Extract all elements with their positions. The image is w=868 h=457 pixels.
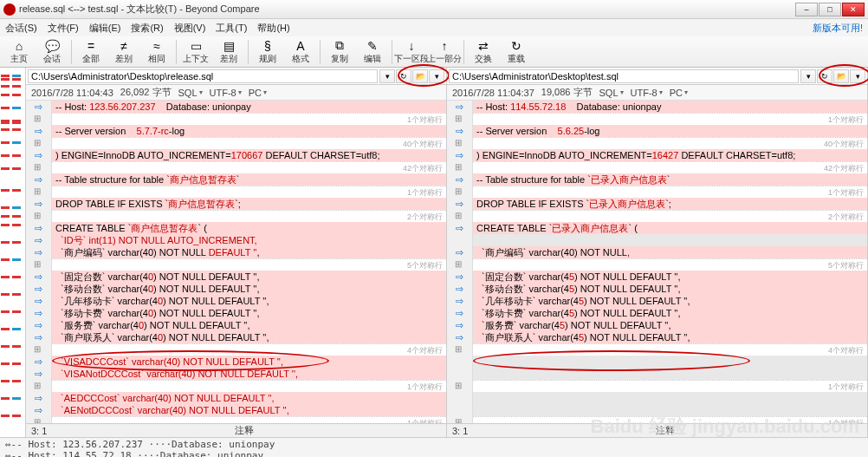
code-line[interactable]: ⊞1个对称行	[26, 380, 446, 392]
toolbar-规则[interactable]: §规则	[252, 38, 283, 66]
eol-drop[interactable]: PC	[249, 88, 267, 98]
toolbar-主页[interactable]: ⌂主页	[3, 38, 35, 66]
history-button[interactable]: ▾	[800, 69, 816, 83]
toolbar-icon: ≠	[117, 39, 131, 53]
reload-button[interactable]: ↻	[396, 69, 411, 83]
browse-button[interactable]: 📂	[412, 69, 428, 83]
right-code[interactable]: ⇨-- Host: 114.55.72.18 Database: unionpa…	[447, 101, 867, 423]
toolbar-会话[interactable]: 💬会话	[36, 38, 68, 66]
code-line[interactable]: ⊞5个对称行	[26, 258, 446, 271]
toolbar-复制[interactable]: ⧉复制	[324, 38, 355, 66]
more-button[interactable]: ▾	[850, 69, 865, 83]
code-line[interactable]: ⇨-- Server version 5.6.25-log	[447, 125, 867, 137]
toolbar-全部[interactable]: =全部	[75, 38, 107, 66]
toolbar-差别[interactable]: ▤差别	[213, 38, 244, 66]
more-button[interactable]: ▾	[429, 69, 444, 83]
code-line[interactable]: ⇨-- Host: 123.56.207.237 Database: union…	[26, 101, 446, 113]
code-line[interactable]: ⊞1个对称行	[447, 113, 867, 125]
code-line[interactable]: ⇨ `固定台数` varchar(45) NOT NULL DEFAULT ''…	[447, 271, 867, 283]
code-line[interactable]: ⇨ `几年移动卡` varchar(40) NOT NULL DEFAULT '…	[26, 295, 446, 307]
code-line[interactable]: ⊞40个对称行	[26, 137, 446, 149]
code-line[interactable]: ⊞40个对称行	[447, 137, 867, 149]
reload-button[interactable]: ↻	[817, 69, 832, 83]
toolbar-相同[interactable]: ≈相同	[141, 38, 172, 66]
maximize-button[interactable]: □	[819, 3, 841, 16]
update-link[interactable]: 新版本可用!	[813, 22, 863, 35]
code-line[interactable]: ⇨ `服务费` varchar(40) NOT NULL DEFAULT '',	[26, 319, 446, 331]
history-button[interactable]: ▾	[379, 69, 395, 83]
code-line[interactable]: ⇨ `VISADCCCost` varchar(40) NOT NULL DEF…	[26, 356, 446, 368]
code-line[interactable]: ⇨ `AENotDCCCost` varchar(40) NOT NULL DE…	[26, 404, 446, 416]
code-line[interactable]: ⇨ `ID号` int(11) NOT NULL AUTO_INCREMENT,	[26, 234, 446, 246]
code-line[interactable]: ⊞1个对称行	[26, 186, 446, 198]
code-line[interactable]: ⊞1个对称行	[26, 113, 446, 125]
code-line[interactable]: ⇨DROP TABLE IF EXISTS `已录入商户信息表`;	[447, 198, 867, 210]
code-line[interactable]: ⇨ `几年移动卡` varchar(45) NOT NULL DEFAULT '…	[447, 295, 867, 307]
lang-drop[interactable]: SQL	[178, 88, 203, 98]
code-line[interactable]: ⇨-- Server version 5.7.7-rc-log	[26, 125, 446, 137]
code-line[interactable]: ⊞4个对称行	[447, 343, 867, 356]
code-line[interactable]: ⇨ `移动卡费` varchar(45) NOT NULL DEFAULT ''…	[447, 307, 867, 319]
code-line[interactable]: ⊞4个对称行	[26, 343, 446, 356]
code-line[interactable]: ⊞42个对称行	[26, 161, 446, 173]
code-line[interactable]: ⇨ `服务费` varchar(45) NOT NULL DEFAULT '',	[447, 319, 867, 331]
code-line[interactable]: ⇨ `商户编码` varchar(40) NOT NULL DEFAULT ''…	[26, 246, 446, 258]
code-line[interactable]: ⇨ `VISANotDCCCost` varchar(40) NOT NULL …	[26, 368, 446, 380]
toolbar-编辑[interactable]: ✎编辑	[357, 38, 388, 66]
code-line[interactable]: ⇨ `商户编码` varchar(40) NOT NULL,	[447, 246, 867, 258]
code-line[interactable]: ⇨-- Table structure for table `商户信息暂存表`	[26, 173, 446, 186]
browse-button[interactable]: 📂	[833, 69, 849, 83]
code-line[interactable]: ⇨ `商户联系人` varchar(45) NOT NULL DEFAULT '…	[447, 331, 867, 343]
code-line[interactable]: ⊞1个对称行	[447, 380, 867, 392]
left-path-input[interactable]	[28, 69, 378, 83]
menu-item[interactable]: 帮助(H)	[257, 22, 289, 35]
code-line[interactable]: ⇨ `移动台数` varchar(45) NOT NULL DEFAULT ''…	[447, 283, 867, 295]
overview-thumbnail[interactable]	[0, 68, 26, 437]
code-line[interactable]: ⇨CREATE TABLE `商户信息暂存表` (	[26, 222, 446, 234]
enc-drop[interactable]: UTF-8	[210, 88, 242, 98]
minimize-button[interactable]: –	[795, 3, 818, 16]
code-line[interactable]: ⊞1个对称行	[26, 416, 446, 423]
code-line[interactable]: ⇨-- Host: 114.55.72.18 Database: unionpa…	[447, 101, 867, 113]
enc-drop[interactable]: UTF-8	[631, 88, 663, 98]
lang-drop[interactable]: SQL	[599, 88, 624, 98]
code-line[interactable]: ⇨ `移动台数` varchar(40) NOT NULL DEFAULT ''…	[26, 283, 446, 295]
code-line[interactable]	[447, 368, 867, 380]
code-line[interactable]: ⇨) ENGINE=InnoDB AUTO_INCREMENT=170667 D…	[26, 149, 446, 161]
code-line[interactable]: ⊞1个对称行	[447, 186, 867, 198]
toolbar-格式[interactable]: A格式	[285, 38, 316, 66]
right-path-input[interactable]	[449, 69, 799, 83]
code-line[interactable]: ⊞5个对称行	[447, 258, 867, 271]
menu-item[interactable]: 会话(S)	[5, 22, 37, 35]
code-line[interactable]	[447, 356, 867, 368]
code-line[interactable]: ⊞1个对称行	[447, 416, 867, 423]
code-line[interactable]: ⊞2个对称行	[26, 210, 446, 222]
toolbar-上一部分[interactable]: ↑上一部分	[429, 38, 460, 66]
toolbar-交换[interactable]: ⇄交换	[468, 38, 499, 66]
code-line[interactable]: ⇨ `商户联系人` varchar(40) NOT NULL DEFAULT '…	[26, 331, 446, 343]
code-line[interactable]: ⇨ `AEDCCCost` varchar(40) NOT NULL DEFAU…	[26, 392, 446, 404]
toolbar-上下文[interactable]: ▭上下文	[180, 38, 211, 66]
code-line[interactable]: ⇨ `移动卡费` varchar(40) NOT NULL DEFAULT ''…	[26, 307, 446, 319]
code-line[interactable]	[447, 404, 867, 416]
code-line[interactable]: ⇨-- Table structure for table `已录入商户信息表`	[447, 173, 867, 186]
code-line[interactable]: ⇨CREATE TABLE `已录入商户信息表` (	[447, 222, 867, 234]
menu-item[interactable]: 文件(F)	[48, 22, 79, 35]
menu-item[interactable]: 工具(T)	[216, 22, 247, 35]
left-code[interactable]: ⇨-- Host: 123.56.207.237 Database: union…	[26, 101, 446, 423]
toolbar-下一区段[interactable]: ↓下一区段	[396, 38, 427, 66]
code-line[interactable]: ⇨) ENGINE=InnoDB AUTO_INCREMENT=16427 DE…	[447, 149, 867, 161]
toolbar-重载[interactable]: ↻重载	[501, 38, 532, 66]
menu-item[interactable]: 视图(V)	[174, 22, 206, 35]
code-line[interactable]: ⇨DROP TABLE IF EXISTS `商户信息暂存表`;	[26, 198, 446, 210]
code-line[interactable]	[447, 392, 867, 404]
menu-item[interactable]: 编辑(E)	[89, 22, 121, 35]
eol-drop[interactable]: PC	[670, 88, 688, 98]
code-line[interactable]: ⊞42个对称行	[447, 161, 867, 173]
code-line[interactable]	[447, 234, 867, 246]
close-button[interactable]: ✕	[842, 3, 865, 16]
code-line[interactable]: ⊞2个对称行	[447, 210, 867, 222]
toolbar-差别[interactable]: ≠差别	[108, 38, 139, 66]
menu-item[interactable]: 搜索(R)	[131, 22, 163, 35]
code-line[interactable]: ⇨ `固定台数` varchar(40) NOT NULL DEFAULT ''…	[26, 271, 446, 283]
